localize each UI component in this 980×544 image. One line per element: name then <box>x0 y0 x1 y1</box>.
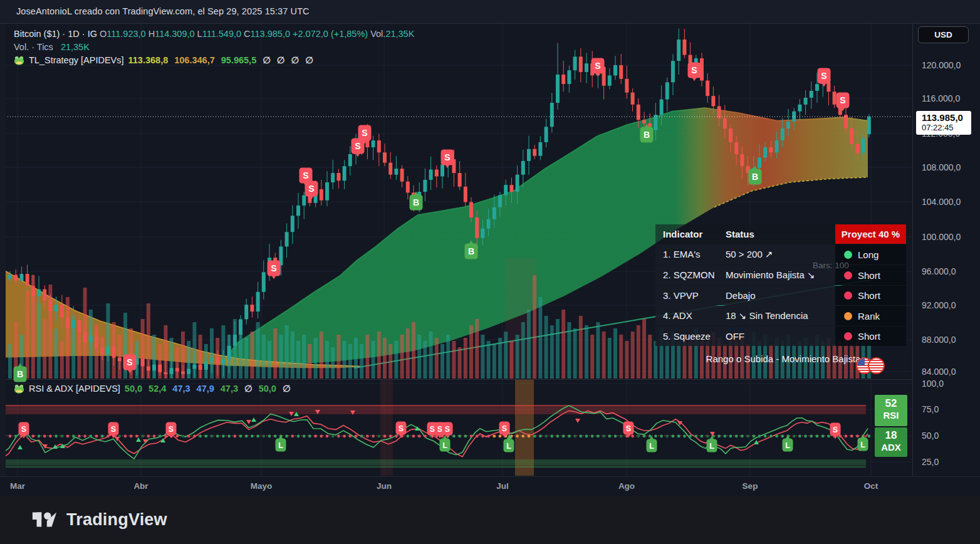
price-tick-label: 100.000,0 <box>922 232 961 242</box>
svg-text:S: S <box>21 425 26 434</box>
price-tick-label: 84.000,0 <box>922 367 956 377</box>
indicator-status-table: Indicator Status Proyect 40 % 1. EMA's50… <box>655 224 907 347</box>
buy-marker: L <box>707 436 717 452</box>
strategy-values: 113.368,8106.346,795.965,5∅∅∅∅ <box>128 55 320 65</box>
rsi-adx-name[interactable]: RSI & ADX [APIDEVS] <box>29 384 120 394</box>
svg-text:S: S <box>833 426 838 434</box>
svg-text:S: S <box>437 425 442 434</box>
indicator-status: OFF <box>721 327 835 346</box>
symbol-title[interactable]: Bitcoin ($1) · 1D · IG <box>14 29 97 39</box>
indicator-signal: Short <box>835 286 906 305</box>
high-label: H <box>149 29 155 39</box>
svg-text:B: B <box>752 172 758 182</box>
price-tick-label: 92.000,0 <box>922 300 956 310</box>
indicator-row: 3. VPVPDebajoShort <box>655 286 907 305</box>
buy-marker: L <box>647 436 657 452</box>
month-tick-label: Jun <box>377 481 392 491</box>
indicator-status: Debajo <box>721 286 835 305</box>
tradingview-logo[interactable]: TradingView <box>30 505 167 534</box>
month-tick-label: Abr <box>133 481 148 491</box>
table-header-row: Indicator Status Proyect 40 % <box>655 224 907 244</box>
signal-text: Long <box>858 249 878 260</box>
time-axis[interactable]: MarAbrMayoJunJulAgoSepOct <box>0 476 980 496</box>
price-tick-label: 96.000,0 <box>922 266 956 276</box>
signal-dot-icon <box>844 332 852 340</box>
rsi-upper-band <box>0 405 866 414</box>
volume-legend[interactable]: Vol. · Tics 21,35K <box>14 42 90 52</box>
svg-text:S: S <box>626 424 631 433</box>
strategy-value: ∅ <box>291 55 299 65</box>
buy-marker: L <box>783 436 793 452</box>
signal-text: Short <box>858 270 880 281</box>
symbol-legend[interactable]: Bitcoin ($1) · 1D · IG O111.923,0 H114.3… <box>14 29 414 39</box>
left-margin-strip <box>0 24 6 476</box>
tradingview-logo-icon <box>30 505 59 534</box>
svg-text:L: L <box>709 442 714 451</box>
svg-text:S: S <box>595 61 600 71</box>
signal-dot-icon <box>844 251 852 259</box>
svg-text:S: S <box>303 170 308 180</box>
rsi-adx-value: 50,0 <box>125 384 142 394</box>
sell-marker: S <box>352 139 365 157</box>
strategy-value: 113.368,8 <box>128 55 169 65</box>
svg-text:L: L <box>278 441 283 450</box>
price-tick-label: 88.000,0 <box>922 335 956 345</box>
svg-text:S: S <box>399 424 404 433</box>
svg-text:S: S <box>691 65 697 75</box>
svg-text:L: L <box>506 442 511 451</box>
svg-text:S: S <box>169 425 174 434</box>
volume-label: Vol. <box>370 29 385 39</box>
indicator-name: 1. EMA's <box>655 244 721 264</box>
close-label: C <box>244 29 250 39</box>
adx-label: ADX <box>875 442 907 453</box>
strategy-legend[interactable]: TL_Strategy [APIDEVs] 113.368,8106.346,7… <box>14 55 320 65</box>
month-tick-label: Mayo <box>251 481 273 491</box>
buy-marker: L <box>276 436 286 452</box>
table-body: 1. EMA's50 > 200 ↗Long2. SQZMONMovimient… <box>655 244 907 346</box>
rsi-adx-legend[interactable]: RSI & ADX [APIDEVS] 50,052,447,347,947,3… <box>14 384 297 394</box>
svg-text:B: B <box>644 130 650 140</box>
svg-text:L: L <box>442 441 447 450</box>
indicator-signal: Short <box>835 327 906 346</box>
signal-up-triangle <box>18 445 23 449</box>
svg-text:S: S <box>821 71 826 81</box>
sell-marker: S <box>688 63 701 81</box>
indicator-row: 4. ADX18 ↘ Sin TendenciaRank <box>655 306 907 326</box>
table-footer-text: Rango o Subida - Movimiento Bajista <box>689 353 877 364</box>
currency-toggle-button[interactable]: USD <box>918 26 969 43</box>
adx-value-badge: 18 ADX <box>875 427 907 457</box>
volume-value: 21,35K <box>385 29 414 39</box>
header-indicator: Indicator <box>655 224 721 244</box>
volume-tics-value: 21,35K <box>61 42 90 52</box>
indicator-row: 2. SQZMONMovimiento Bajista ↘Short <box>655 265 907 285</box>
rsi-value-badge: 52 RSI <box>875 395 907 426</box>
rsi-tick-label: 50,0 <box>922 431 939 441</box>
svg-text:S: S <box>840 95 845 105</box>
price-axis[interactable]: USD 120.000,0116.000,0112.000,0108.000,0… <box>912 24 980 477</box>
flag-icons <box>856 357 885 374</box>
strategy-name[interactable]: TL_Strategy [APIDEVs] <box>29 55 124 65</box>
rsi-label: RSI <box>875 410 907 421</box>
rsi-lower-band <box>0 459 866 466</box>
tradingview-chart-page: { "header": { "title": "JoseAntonioL cre… <box>0 0 980 544</box>
rsi-adx-value: 52,4 <box>149 384 166 394</box>
volume-tics-label: Vol. · Tics <box>14 42 53 52</box>
buy-marker: L <box>858 435 868 451</box>
adx-number: 18 <box>875 429 907 442</box>
signal-up-triangle <box>136 437 141 442</box>
svg-text:B: B <box>413 197 419 207</box>
close-value: 113.985,0 <box>251 29 290 39</box>
rsi-adx-value: 47,9 <box>197 384 214 394</box>
svg-text:L: L <box>649 442 654 451</box>
indicator-name: 5. Squeeze <box>655 327 721 346</box>
bar-countdown: 07:22:45 <box>922 123 971 132</box>
rsi-tick-label: 100,0 <box>922 379 944 389</box>
svg-text:S: S <box>445 425 450 434</box>
month-tick-label: Oct <box>864 481 878 491</box>
strategy-value: ∅ <box>277 55 285 65</box>
svg-text:S: S <box>127 357 132 367</box>
svg-text:S: S <box>271 263 276 273</box>
signal-down-triangle <box>246 420 251 424</box>
svg-text:S: S <box>430 425 435 434</box>
month-tick-label: Jul <box>496 481 509 491</box>
